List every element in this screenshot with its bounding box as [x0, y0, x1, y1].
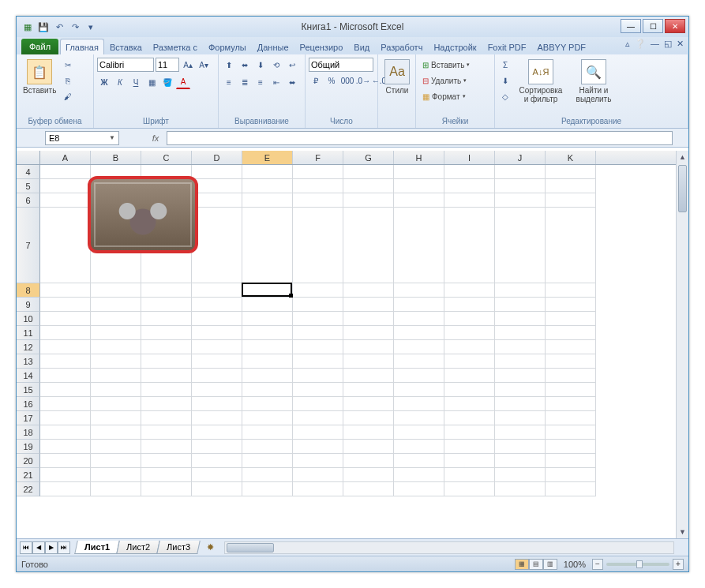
cell-H11[interactable]: [394, 326, 444, 340]
cell-D15[interactable]: [192, 383, 242, 397]
col-header-K[interactable]: K: [546, 151, 596, 164]
cell-A17[interactable]: [40, 411, 91, 425]
cell-F8[interactable]: [293, 283, 343, 298]
cell-D7[interactable]: [192, 208, 242, 283]
underline-button[interactable]: Ч: [129, 75, 143, 89]
cell-J18[interactable]: [495, 425, 546, 440]
cell-G8[interactable]: [343, 283, 394, 298]
cell-K21[interactable]: [546, 468, 596, 482]
cell-K7[interactable]: [546, 208, 596, 283]
cell-D13[interactable]: [192, 354, 242, 369]
increase-decimal-button[interactable]: .0→: [356, 73, 370, 88]
cell-G22[interactable]: [343, 482, 394, 496]
cell-D20[interactable]: [192, 454, 242, 468]
hscroll-thumb[interactable]: [227, 543, 274, 552]
copy-button[interactable]: ⎘: [61, 73, 75, 88]
row-header-5[interactable]: 5: [17, 179, 40, 193]
sheet-nav-next[interactable]: ▶: [45, 541, 58, 554]
format-painter-button[interactable]: 🖌: [61, 89, 75, 103]
cell-J15[interactable]: [495, 383, 546, 397]
cell-F17[interactable]: [293, 411, 343, 425]
vscroll-thumb[interactable]: [678, 165, 687, 212]
cell-D5[interactable]: [192, 179, 242, 193]
border-button[interactable]: ▦: [144, 75, 159, 89]
cell-E10[interactable]: [242, 312, 293, 326]
cell-F4[interactable]: [293, 165, 343, 179]
cell-H6[interactable]: [394, 193, 444, 208]
row-header-6[interactable]: 6: [17, 193, 40, 208]
autosum-button[interactable]: Σ: [498, 58, 512, 72]
col-header-H[interactable]: H: [394, 151, 444, 164]
cell-I7[interactable]: [444, 208, 495, 283]
number-format-select[interactable]: [309, 58, 373, 72]
tab-home[interactable]: Главная: [60, 39, 104, 54]
format-cells-button[interactable]: ▦Формат▾: [419, 89, 469, 103]
cell-H10[interactable]: [394, 312, 444, 326]
cell-J11[interactable]: [495, 326, 546, 340]
cell-I8[interactable]: [444, 283, 495, 298]
cell-G5[interactable]: [343, 179, 394, 193]
cell-I6[interactable]: [444, 193, 495, 208]
cell-K11[interactable]: [546, 326, 596, 340]
col-header-I[interactable]: I: [444, 151, 495, 164]
cell-J22[interactable]: [495, 482, 546, 496]
cell-A6[interactable]: [40, 193, 91, 208]
cell-J9[interactable]: [495, 298, 546, 312]
cell-H19[interactable]: [394, 440, 444, 454]
scroll-up-icon[interactable]: ▲: [677, 151, 688, 163]
cell-A20[interactable]: [40, 454, 91, 468]
cell-K5[interactable]: [546, 179, 596, 193]
cell-C20[interactable]: [141, 454, 192, 468]
cell-I13[interactable]: [444, 354, 495, 369]
cell-C12[interactable]: [141, 340, 192, 354]
row-header-13[interactable]: 13: [17, 354, 40, 369]
cell-G18[interactable]: [343, 425, 394, 440]
cell-I10[interactable]: [444, 312, 495, 326]
align-left-button[interactable]: ≡: [222, 75, 236, 89]
doc-minimize-icon[interactable]: —: [651, 39, 659, 49]
row-header-15[interactable]: 15: [17, 383, 40, 397]
cell-D10[interactable]: [192, 312, 242, 326]
zoom-out-button[interactable]: −: [592, 559, 603, 570]
cell-E13[interactable]: [242, 354, 293, 369]
cell-H17[interactable]: [394, 411, 444, 425]
paste-button[interactable]: 📋 Вставить: [20, 58, 59, 96]
zoom-slider[interactable]: [606, 563, 669, 566]
cell-C16[interactable]: [141, 397, 192, 411]
scroll-down-icon[interactable]: ▼: [677, 526, 688, 538]
cell-E15[interactable]: [242, 383, 293, 397]
cell-D14[interactable]: [192, 369, 242, 383]
sheet-tab-1[interactable]: Лист1: [74, 541, 120, 554]
tab-data[interactable]: Данные: [252, 39, 294, 54]
cell-J13[interactable]: [495, 354, 546, 369]
cell-E9[interactable]: [242, 298, 293, 312]
horizontal-scrollbar[interactable]: [224, 541, 674, 554]
cell-E4[interactable]: [242, 165, 293, 179]
align-middle-button[interactable]: ⬌: [238, 58, 252, 72]
sheet-nav-first[interactable]: ⏮: [20, 541, 32, 554]
row-header-4[interactable]: 4: [17, 165, 40, 179]
cell-C14[interactable]: [141, 369, 192, 383]
cell-F22[interactable]: [293, 482, 343, 496]
cell-A4[interactable]: [40, 165, 91, 179]
cell-H9[interactable]: [394, 298, 444, 312]
cell-A12[interactable]: [40, 340, 91, 354]
cell-E6[interactable]: [242, 193, 293, 208]
cell-C15[interactable]: [141, 383, 192, 397]
col-header-C[interactable]: C: [141, 151, 192, 164]
cell-I16[interactable]: [444, 397, 495, 411]
cell-E7[interactable]: [242, 208, 293, 283]
comma-button[interactable]: 000: [340, 73, 354, 88]
align-top-button[interactable]: ⬆: [222, 58, 236, 72]
cell-I22[interactable]: [444, 482, 495, 496]
col-header-F[interactable]: F: [293, 151, 343, 164]
cell-J16[interactable]: [495, 397, 546, 411]
orientation-button[interactable]: ⟲: [269, 58, 283, 72]
row-header-22[interactable]: 22: [17, 482, 40, 496]
cell-A14[interactable]: [40, 369, 91, 383]
cell-I11[interactable]: [444, 326, 495, 340]
cell-E20[interactable]: [242, 454, 293, 468]
help-icon[interactable]: ❔: [635, 39, 646, 49]
cell-H13[interactable]: [394, 354, 444, 369]
cell-H4[interactable]: [394, 165, 444, 179]
